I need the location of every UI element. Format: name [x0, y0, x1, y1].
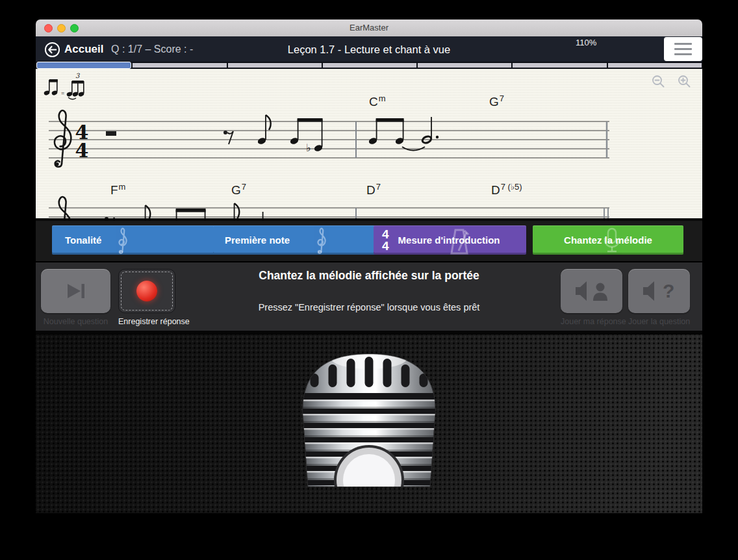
swing-indication: = 3 — [42, 71, 94, 101]
treble-clef-icon — [316, 227, 342, 255]
progress-segment — [608, 63, 702, 68]
progress-segment — [418, 63, 511, 68]
intro-measure-label: Mesure d'introduction — [398, 235, 500, 246]
augmentation-dot — [436, 136, 439, 138]
sing-melody-button[interactable]: Chantez la mélodie — [533, 225, 683, 255]
speaker-question-icon: ? — [642, 279, 677, 303]
record-icon — [136, 281, 157, 301]
app-window: EarMaster Accueil Q : 1/7 – Score : - Le… — [36, 19, 702, 513]
svg-text:♭: ♭ — [306, 142, 311, 154]
header-bar: Accueil Q : 1/7 – Score : - Leçon 1.7 - … — [36, 36, 702, 62]
instruction-title: Chantez la mélodie affichée sur la porté… — [185, 269, 553, 283]
treble-clef-icon — [55, 110, 71, 167]
microphone-zone — [36, 333, 702, 513]
hamburger-icon — [674, 43, 692, 45]
time-signature: 4 4 — [75, 121, 89, 162]
treble-clef-icon — [117, 227, 143, 255]
intro-measure-button[interactable]: 4 4 Mesure d'introduction — [374, 225, 526, 255]
tonality-label: Tonalité — [65, 235, 101, 246]
question-progress-bar — [36, 62, 702, 69]
notes-measure-2 — [368, 117, 439, 151]
zoom-out-icon[interactable] — [652, 75, 666, 89]
rest — [106, 131, 116, 136]
eighth-rest — [223, 131, 233, 144]
speaker-person-icon — [574, 279, 609, 303]
score-zoom-tools — [652, 75, 692, 89]
new-question-label: Nouvelle question — [41, 317, 110, 326]
progress-segment — [133, 63, 226, 68]
first-note-button[interactable]: Première note — [213, 225, 377, 255]
tonality-button[interactable]: Tonalité — [52, 225, 220, 255]
skip-next-icon — [65, 283, 87, 299]
sing-melody-label: Chantez la mélodie — [564, 235, 652, 246]
window-title: EarMaster — [36, 23, 702, 32]
svg-text:?: ? — [663, 280, 674, 301]
time-signature-badge: 4 4 — [382, 229, 389, 251]
progress-segment-active — [36, 62, 131, 69]
svg-text:3: 3 — [75, 72, 80, 79]
titlebar: EarMaster — [36, 19, 702, 37]
first-note-label: Première note — [225, 235, 290, 246]
zoom-level: 110% — [576, 38, 596, 47]
progress-segment — [513, 63, 606, 68]
notes-measure-1: ♭ — [257, 115, 324, 154]
play-my-answer-label: Jouer ma réponse — [561, 317, 622, 326]
transport-bar: Nouvelle question Enregistrer réponse Ch… — [36, 261, 702, 333]
vintage-microphone-image — [295, 350, 443, 487]
staff-line-1: 4 4 ♭ — [39, 104, 624, 169]
svg-text:4: 4 — [75, 139, 89, 162]
record-answer-button[interactable] — [118, 269, 175, 313]
play-my-answer-button[interactable] — [561, 269, 622, 313]
desktop-background: EarMaster Accueil Q : 1/7 – Score : - Le… — [0, 0, 738, 560]
progress-segment — [228, 63, 322, 68]
svg-text:=: = — [61, 90, 64, 96]
zoom-in-icon[interactable] — [678, 75, 692, 89]
answer-steps-bar: Tonalité Première note 4 4 Mesure d'intr… — [36, 218, 702, 261]
new-question-button[interactable] — [41, 269, 110, 313]
instruction-subtitle: Pressez "Enregistrer réponse" lorsque vo… — [185, 302, 553, 312]
play-question-label: Jouer la question — [628, 317, 690, 326]
lesson-title: Leçon 1.7 - Lecture et chant à vue — [36, 44, 702, 56]
play-question-button[interactable]: ? — [628, 269, 690, 313]
progress-segment — [323, 63, 416, 68]
record-answer-label: Enregistrer réponse — [118, 317, 175, 326]
menu-button[interactable] — [664, 37, 702, 61]
